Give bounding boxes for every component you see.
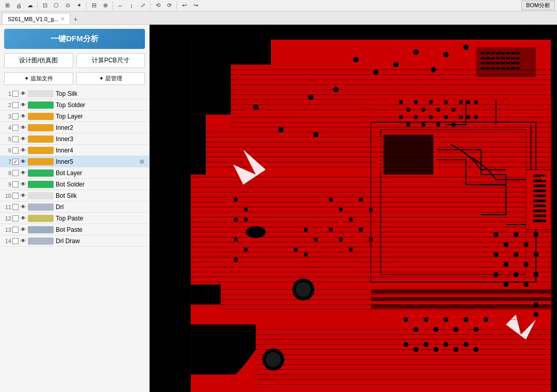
svg-point-112 — [436, 108, 440, 112]
toolbar-sep-5 — [176, 2, 177, 10]
toolbar-icon-3[interactable]: ☁ — [25, 1, 35, 10]
toolbar-sep-1 — [37, 2, 38, 10]
layer-number: 11 — [2, 204, 11, 210]
layer-visibility-icon[interactable]: 👁 — [20, 237, 27, 245]
layer-visibility-icon[interactable]: 👁 — [20, 147, 27, 154]
toolbar-icon-2[interactable]: 🖨 — [13, 1, 24, 10]
layer-row[interactable]: 13👁Bot Paste — [0, 224, 149, 235]
toolbar-icon-14[interactable]: ⟳ — [164, 1, 174, 10]
toolbar-icon-12[interactable]: ⤢ — [138, 1, 148, 10]
svg-rect-69 — [511, 52, 515, 54]
layer-checkbox[interactable] — [12, 136, 19, 142]
layer-row[interactable]: 11👁Drl — [0, 201, 149, 213]
main-tab[interactable]: S261_MB_V1.0_g... ✕ — [2, 13, 70, 24]
layer-checkbox[interactable] — [12, 193, 19, 199]
toolbar-icon-undo[interactable]: ↩ — [179, 1, 189, 10]
layer-checkbox[interactable] — [12, 91, 19, 97]
layer-checkbox[interactable] — [12, 147, 19, 154]
toolbar-icon-4[interactable]: ⊡ — [40, 1, 50, 10]
svg-rect-87 — [481, 67, 485, 69]
layer-number: 7 — [2, 159, 11, 165]
svg-rect-72 — [486, 57, 490, 59]
layer-checkbox[interactable] — [12, 113, 19, 120]
layer-checkbox[interactable] — [12, 102, 19, 108]
svg-point-168 — [349, 217, 353, 221]
layer-checkbox[interactable] — [12, 238, 19, 244]
layer-row[interactable]: 6👁Inner4 — [0, 145, 149, 156]
svg-point-105 — [278, 127, 283, 132]
svg-point-110 — [421, 108, 425, 112]
layer-visibility-icon[interactable]: 👁 — [20, 101, 27, 109]
svg-point-211 — [403, 342, 408, 347]
layer-visibility-icon[interactable]: 👁 — [20, 124, 27, 131]
layer-expand-icon[interactable]: ⊞ — [140, 159, 147, 164]
layer-visibility-icon[interactable]: 👁 — [20, 226, 27, 233]
layer-checkbox[interactable] — [12, 204, 19, 210]
layer-visibility-icon[interactable]: 👁 — [20, 215, 27, 222]
svg-point-176 — [234, 198, 238, 202]
layer-row[interactable]: 1👁Top Silk — [0, 88, 149, 99]
layer-visibility-icon[interactable]: 👁 — [20, 203, 27, 211]
layer-row[interactable]: 7✓👁Inner5⊞ — [0, 156, 149, 167]
toolbar-icon-1[interactable]: ⊞ — [2, 1, 12, 10]
layer-row[interactable]: 4👁Inner2 — [0, 122, 149, 133]
layer-checkbox[interactable] — [12, 170, 19, 176]
layer-row[interactable]: 3👁Top Layer — [0, 111, 149, 122]
toolbar-icon-13[interactable]: ⟲ — [153, 1, 163, 10]
layer-row[interactable]: 9👁Bot Solder — [0, 179, 149, 190]
layer-visibility-icon[interactable]: 👁 — [20, 158, 27, 165]
layer-number: 5 — [2, 136, 11, 142]
toolbar-icon-5[interactable]: ⬡ — [51, 1, 61, 10]
svg-point-171 — [349, 248, 353, 252]
layer-visibility-icon[interactable]: 👁 — [20, 192, 27, 199]
calc-btn[interactable]: 计算PCB尺寸 — [76, 53, 145, 68]
svg-point-177 — [244, 208, 248, 212]
svg-point-100 — [394, 62, 399, 67]
layer-checkbox[interactable] — [12, 181, 19, 188]
toolbar-icon-8[interactable]: ⊟ — [89, 1, 99, 10]
toolbar-icon-9[interactable]: ⊕ — [100, 1, 110, 10]
toolbar-icon-11[interactable]: ↕ — [126, 1, 137, 10]
layer-visibility-icon[interactable]: 👁 — [20, 181, 27, 188]
layer-row[interactable]: 14👁Drl Draw — [0, 235, 149, 247]
layer-color-swatch — [28, 226, 54, 233]
layer-visibility-icon[interactable]: 👁 — [20, 90, 27, 97]
add-file-btn[interactable]: ✦ 追加文件 — [4, 72, 73, 85]
layer-mgmt-btn[interactable]: ✦ 层管理 — [76, 72, 145, 85]
layer-row[interactable]: 12👁Top Paste — [0, 213, 149, 224]
layer-name-label: Inner5 — [55, 158, 139, 165]
design-btn[interactable]: 设计图/仿真图 — [4, 53, 73, 68]
svg-rect-155 — [533, 210, 546, 212]
svg-rect-150 — [533, 184, 546, 187]
layer-color-swatch — [28, 181, 54, 188]
bom-button[interactable]: BOM分析 — [521, 1, 555, 10]
layer-visibility-icon[interactable]: 👁 — [20, 169, 27, 177]
svg-point-95 — [253, 105, 258, 110]
svg-rect-93 — [511, 67, 515, 69]
canvas-area[interactable]: ✕ — [150, 25, 557, 392]
layer-number: 13 — [2, 227, 11, 233]
tab-add-button[interactable]: + — [70, 14, 80, 24]
layer-row[interactable]: 5👁Inner3 — [0, 133, 149, 145]
svg-point-195 — [523, 262, 529, 267]
layer-visibility-icon[interactable]: 👁 — [20, 135, 27, 143]
toolbar-icon-7[interactable]: ✦ — [74, 1, 84, 10]
layer-checkbox[interactable]: ✓ — [12, 159, 19, 165]
svg-point-163 — [266, 352, 281, 367]
tab-close-icon[interactable]: ✕ — [60, 16, 64, 22]
layer-checkbox[interactable] — [12, 215, 19, 221]
layer-row[interactable]: 8👁Bot Layer — [0, 167, 149, 179]
svg-point-189 — [513, 232, 518, 237]
dfm-button[interactable]: 一键DFM分析 — [4, 29, 145, 49]
svg-point-205 — [433, 327, 438, 332]
layer-visibility-icon[interactable]: 👁 — [20, 113, 27, 120]
layer-row[interactable]: 2👁Top Solder — [0, 99, 149, 111]
svg-point-174 — [359, 228, 363, 232]
toolbar-icon-10[interactable]: ↔ — [115, 1, 125, 10]
layer-checkbox[interactable] — [12, 125, 19, 131]
toolbar-icon-redo[interactable]: ↪ — [190, 1, 201, 10]
layer-name-label: Drl — [55, 203, 147, 211]
layer-row[interactable]: 10👁Bot Silk — [0, 190, 149, 201]
layer-checkbox[interactable] — [12, 227, 19, 233]
toolbar-icon-6[interactable]: ⊙ — [62, 1, 73, 10]
